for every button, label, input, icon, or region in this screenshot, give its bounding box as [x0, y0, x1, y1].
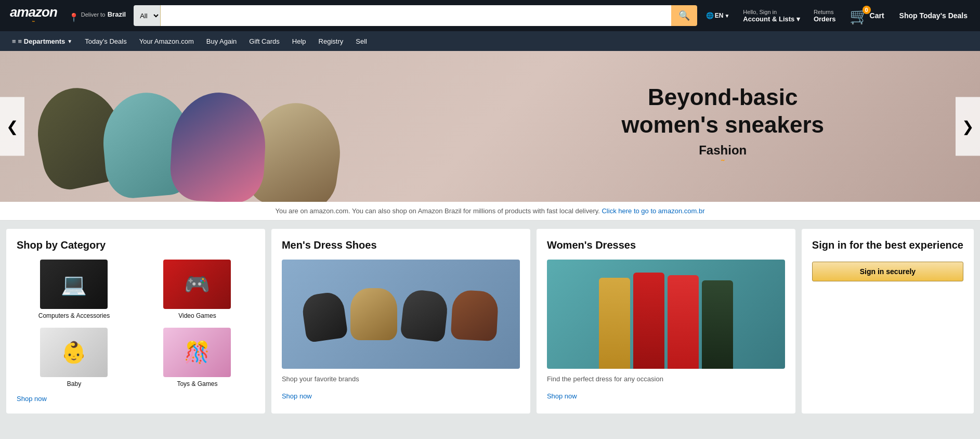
womens-dresses-desc: Find the perfect dress for any occasion: [547, 375, 785, 383]
sec-nav-sell[interactable]: Sell: [350, 33, 373, 50]
sign-in-button[interactable]: Sign in securely: [812, 262, 963, 281]
shoe-3: [169, 90, 268, 202]
notice-link[interactable]: Click here to go to amazon.com.br: [602, 207, 704, 215]
cart-button[interactable]: 🛒 0 Cart: [845, 4, 889, 28]
departments-label: ≡ Departments: [18, 37, 66, 45]
mens-shoe-brown: [451, 290, 499, 341]
cart-label: Cart: [870, 11, 884, 20]
toys-games-image: 🎊: [163, 328, 231, 377]
orders-link[interactable]: Returns Orders: [809, 6, 841, 25]
video-games-image: 🎮: [163, 260, 231, 309]
shop-by-category-card: Shop by Category 💻 Computers & Accessori…: [6, 229, 265, 414]
deliver-label: Deliver to: [81, 11, 105, 18]
sell-label: Sell: [356, 37, 367, 45]
hero-text: Beyond-basic women's sneakers Fashion ˜: [621, 84, 824, 170]
category-video-games[interactable]: 🎮 Video Games: [140, 260, 255, 319]
departments-menu[interactable]: ≡ ≡ Departments ▼: [6, 33, 78, 50]
top-nav: amazon ˜ 📍 Deliver to Brazil All 🔍 🌐 EN …: [0, 0, 980, 31]
secondary-nav: ≡ ≡ Departments ▼ Today's Deals Your Ama…: [0, 31, 980, 51]
hero-next-button[interactable]: ❯: [956, 97, 980, 156]
baby-image: 👶: [40, 328, 108, 377]
hero-smile-icon: ˜: [621, 157, 824, 169]
computers-label: Computers & Accessories: [38, 312, 110, 319]
chevron-down-icon: ▼: [724, 13, 729, 19]
sign-in-title: Sign in for the best experience: [812, 239, 963, 251]
baby-label: Baby: [67, 380, 81, 388]
dress-red-1: [633, 273, 664, 369]
sec-nav-gift-cards[interactable]: Gift Cards: [243, 33, 285, 50]
your-amazon-label: Your Amazon.com: [139, 37, 194, 45]
notice-text: You are on amazon.com. You can also shop…: [276, 207, 600, 215]
top-deals-label: Shop Today's Deals: [899, 11, 968, 20]
hero-prev-button[interactable]: ❮: [0, 97, 24, 156]
shop-by-category-shop-now[interactable]: Shop now: [17, 395, 47, 403]
mens-shoes-desc: Shop your favorite brands: [282, 375, 520, 383]
help-label: Help: [292, 37, 306, 45]
sec-nav-registry[interactable]: Registry: [313, 33, 349, 50]
deliver-text: Deliver to Brazil: [81, 9, 126, 19]
mens-shoe-tan: [350, 288, 397, 340]
orders-label: Orders: [814, 15, 836, 23]
logo-smile-icon: ˜: [32, 20, 35, 28]
account-bottom-line: Account & Lists ▾: [743, 15, 800, 23]
mens-dress-shoes-card: Men's Dress Shoes Shop your favorite bra…: [271, 229, 530, 414]
hero-title-line2: women's sneakers: [621, 111, 824, 139]
computers-image: 💻: [40, 260, 108, 309]
sec-nav-help[interactable]: Help: [286, 33, 312, 50]
notice-bar: You are on amazon.com. You can also shop…: [0, 202, 980, 221]
search-button[interactable]: 🔍: [671, 5, 697, 26]
sec-nav-your-amazon[interactable]: Your Amazon.com: [134, 33, 200, 50]
gift-cards-label: Gift Cards: [249, 37, 280, 45]
mens-shoes-title: Men's Dress Shoes: [282, 239, 520, 251]
search-input[interactable]: [161, 5, 671, 26]
language-code: EN: [715, 12, 724, 19]
womens-dresses-title: Women's Dresses: [547, 239, 785, 251]
sec-nav-today-deals[interactable]: Today's Deals: [79, 33, 133, 50]
mens-shoe-dark-1: [301, 291, 349, 343]
category-toys-games[interactable]: 🎊 Toys & Games: [140, 328, 255, 388]
account-top-line: Hello, Sign in: [743, 9, 800, 15]
deliver-country: Brazil: [108, 10, 126, 18]
globe-icon: 🌐: [706, 12, 714, 19]
sign-in-card: Sign in for the best experience Sign in …: [802, 229, 974, 414]
shop-by-category-title: Shop by Category: [17, 239, 255, 251]
hero-banner: ❮ Beyond-basic women's sneakers Fashion …: [0, 51, 980, 202]
search-bar: All 🔍: [134, 5, 697, 26]
chevron-icon: ▼: [67, 38, 72, 44]
hero-title-line1: Beyond-basic: [621, 84, 824, 111]
content-area: Shop by Category 💻 Computers & Accessori…: [0, 221, 980, 422]
sec-nav-buy-again[interactable]: Buy Again: [201, 33, 243, 50]
logo-text: amazon: [10, 4, 57, 20]
womens-dresses-image[interactable]: [547, 260, 785, 369]
deliver-to[interactable]: 📍 Deliver to Brazil: [65, 7, 129, 25]
top-deals-link[interactable]: Shop Today's Deals: [893, 9, 974, 22]
womens-dresses-card: Women's Dresses Find the perfect dress f…: [537, 229, 795, 414]
location-icon: 📍: [69, 12, 79, 22]
dress-gold: [599, 278, 630, 369]
category-grid: 💻 Computers & Accessories 🎮 Video Games …: [17, 260, 255, 388]
account-menu[interactable]: Hello, Sign in Account & Lists ▾: [738, 6, 805, 25]
mens-shoes-image[interactable]: [282, 260, 520, 369]
buy-again-label: Buy Again: [206, 37, 237, 45]
hero-shoes-display: [42, 93, 341, 202]
mens-shoe-dark-2: [400, 289, 449, 342]
logo[interactable]: amazon ˜: [6, 2, 61, 30]
orders-top-line: Returns: [814, 9, 836, 15]
mens-shoes-shop-now[interactable]: Shop now: [282, 392, 312, 400]
search-category-select[interactable]: All: [134, 5, 161, 26]
search-icon: 🔍: [678, 10, 690, 21]
category-baby[interactable]: 👶 Baby: [17, 328, 132, 388]
registry-label: Registry: [319, 37, 344, 45]
toys-games-label: Toys & Games: [177, 380, 217, 388]
cart-count-badge: 0: [863, 6, 871, 14]
video-games-label: Video Games: [178, 312, 216, 319]
language-selector[interactable]: 🌐 EN ▼: [701, 9, 735, 22]
today-deals-label: Today's Deals: [85, 37, 127, 45]
dress-green: [702, 280, 733, 369]
womens-dresses-shop-now[interactable]: Shop now: [547, 392, 577, 400]
dress-red-2: [668, 275, 699, 369]
category-computers[interactable]: 💻 Computers & Accessories: [17, 260, 132, 319]
hamburger-icon: ≡: [12, 37, 16, 45]
hero-brand: Fashion: [621, 143, 824, 157]
